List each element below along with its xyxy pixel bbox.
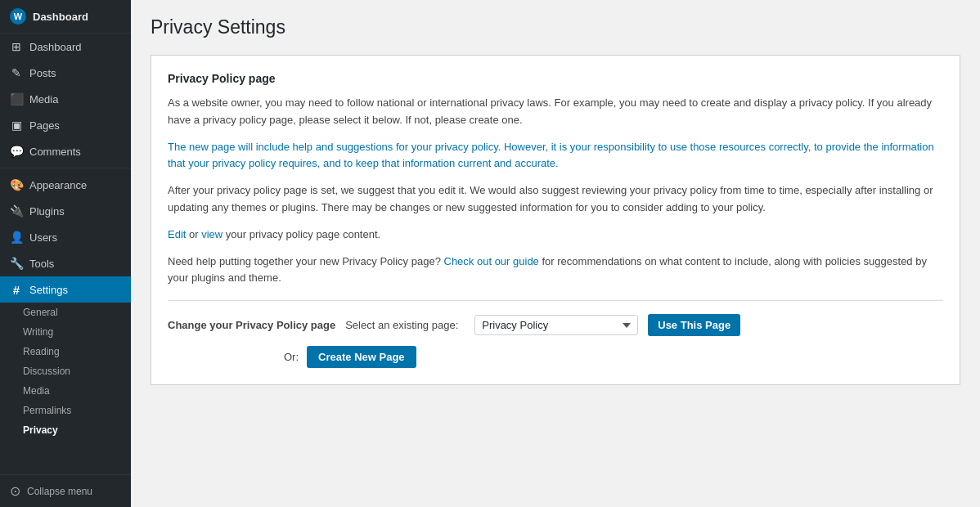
appearance-icon: 🎨	[10, 178, 23, 191]
edit-view-paragraph: Edit or view your privacy policy page co…	[168, 227, 943, 244]
sidebar-item-pages[interactable]: ▣ Pages	[0, 112, 131, 138]
create-new-page-button[interactable]: Create New Page	[307, 346, 416, 368]
paragraph-1: As a website owner, you may need to foll…	[168, 95, 943, 129]
or-label: Or:	[284, 351, 299, 363]
form-label: Change your Privacy Policy page	[168, 318, 335, 333]
posts-icon: ✎	[10, 66, 23, 79]
page-title: Privacy Settings	[151, 16, 960, 38]
select-existing-label: Select an existing page:	[345, 319, 458, 331]
sidebar-item-appearance[interactable]: 🎨 Appearance	[0, 172, 131, 198]
sidebar-item-media[interactable]: ⬛ Media	[0, 86, 131, 112]
collapse-menu-button[interactable]: ⊙ Collapse menu	[0, 474, 131, 507]
sidebar-item-label: Pages	[29, 119, 60, 132]
sidebar-item-label: Plugins	[29, 205, 65, 218]
sidebar-item-dashboard[interactable]: ⊞ Dashboard	[0, 34, 131, 60]
nav-divider	[0, 168, 131, 168]
sidebar-item-plugins[interactable]: 🔌 Plugins	[0, 198, 131, 224]
sidebar-item-posts[interactable]: ✎ Posts	[0, 60, 131, 86]
or-text-inline: or	[189, 228, 201, 240]
sidebar-item-label: Dashboard	[29, 41, 82, 53]
sidebar-item-label: Users	[29, 231, 57, 244]
sidebar-item-label: Settings	[29, 284, 68, 296]
sidebar-item-label: Comments	[29, 146, 81, 158]
comments-icon: 💬	[10, 145, 23, 158]
section-title: Privacy Policy page	[168, 72, 943, 85]
paragraph-3: After your privacy policy page is set, w…	[168, 182, 943, 217]
users-icon: 👤	[10, 231, 23, 244]
settings-icon: #	[10, 283, 23, 296]
subnav-reading[interactable]: Reading	[0, 342, 131, 361]
wp-logo-label: Dashboard	[33, 11, 88, 23]
subnav-media[interactable]: Media	[0, 381, 131, 401]
create-page-row: Or: Create New Page	[168, 346, 943, 368]
media-icon: ⬛	[10, 92, 23, 105]
subnav-writing[interactable]: Writing	[0, 322, 131, 342]
sidebar-item-label: Tools	[29, 258, 54, 270]
guide-link[interactable]: Check out our guide	[444, 255, 539, 267]
privacy-policy-card: Privacy Policy page As a website owner, …	[151, 55, 960, 385]
sidebar-item-settings[interactable]: # Settings	[0, 276, 131, 303]
pages-icon: ▣	[10, 119, 23, 132]
subnav-discussion[interactable]: Discussion	[0, 361, 131, 381]
collapse-label: Collapse menu	[27, 486, 92, 497]
paragraph-2: The new page will include help and sugge…	[168, 139, 943, 173]
sidebar-item-tools[interactable]: 🔧 Tools	[0, 250, 131, 276]
policy-form-row: Change your Privacy Policy page Select a…	[168, 314, 943, 336]
dashboard-icon: ⊞	[10, 40, 23, 53]
page-select[interactable]: Privacy Policy About Contact Sample Page	[474, 315, 638, 335]
sidebar-item-comments[interactable]: 💬 Comments	[0, 138, 131, 164]
sidebar-item-label: Posts	[29, 67, 56, 79]
sidebar: W Dashboard ⊞ Dashboard ✎ Posts ⬛ Media …	[0, 0, 131, 507]
edit-text-suffix: your privacy policy page content.	[226, 228, 380, 240]
sidebar-item-label: Appearance	[29, 179, 87, 191]
guide-paragraph: Need help putting together your new Priv…	[168, 254, 943, 288]
edit-link[interactable]: Edit	[168, 228, 186, 240]
section-divider	[168, 300, 943, 301]
view-link[interactable]: view	[201, 228, 223, 240]
guide-intro: Need help putting together your new Priv…	[168, 255, 441, 267]
main-content: Privacy Settings Privacy Policy page As …	[131, 0, 980, 507]
wp-logo-icon: W	[10, 8, 26, 25]
active-arrow	[128, 283, 131, 296]
collapse-icon: ⊙	[10, 483, 20, 499]
subnav-privacy[interactable]: Privacy	[0, 420, 131, 440]
sidebar-item-users[interactable]: 👤 Users	[0, 224, 131, 250]
wp-logo[interactable]: W Dashboard	[0, 0, 131, 34]
tools-icon: 🔧	[10, 257, 23, 270]
sidebar-item-label: Media	[29, 93, 58, 105]
use-this-page-button[interactable]: Use This Page	[648, 314, 740, 336]
subnav-general[interactable]: General	[0, 303, 131, 322]
subnav-permalinks[interactable]: Permalinks	[0, 401, 131, 420]
plugins-icon: 🔌	[10, 204, 23, 218]
